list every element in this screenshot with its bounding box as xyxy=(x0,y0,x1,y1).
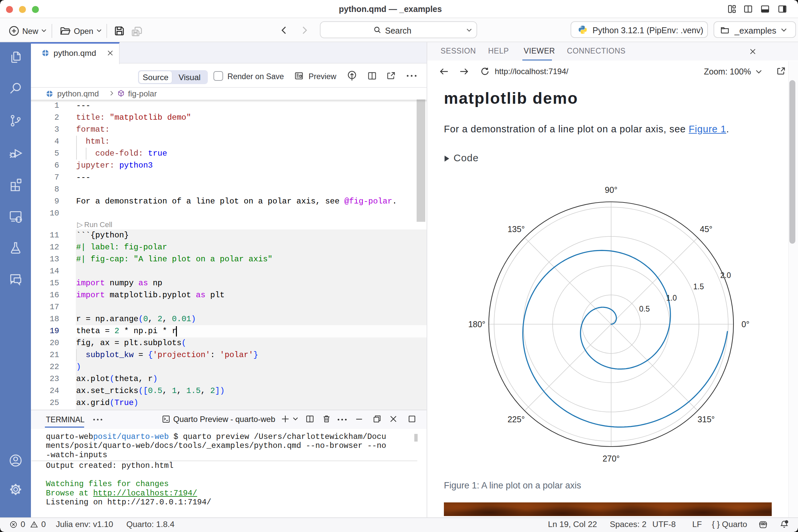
svg-text:0°: 0° xyxy=(741,320,749,329)
svg-text:1.0: 1.0 xyxy=(666,293,677,302)
svg-text:90°: 90° xyxy=(605,185,618,194)
svg-text:270°: 270° xyxy=(603,454,620,463)
svg-text:315°: 315° xyxy=(698,415,715,424)
svg-text:1.5: 1.5 xyxy=(693,282,704,291)
svg-text:135°: 135° xyxy=(507,225,525,234)
svg-text:45°: 45° xyxy=(700,225,712,234)
svg-text:2.0: 2.0 xyxy=(720,271,731,280)
svg-text:0.5: 0.5 xyxy=(639,305,650,313)
svg-text:180°: 180° xyxy=(468,320,486,329)
svg-text:225°: 225° xyxy=(507,415,525,424)
